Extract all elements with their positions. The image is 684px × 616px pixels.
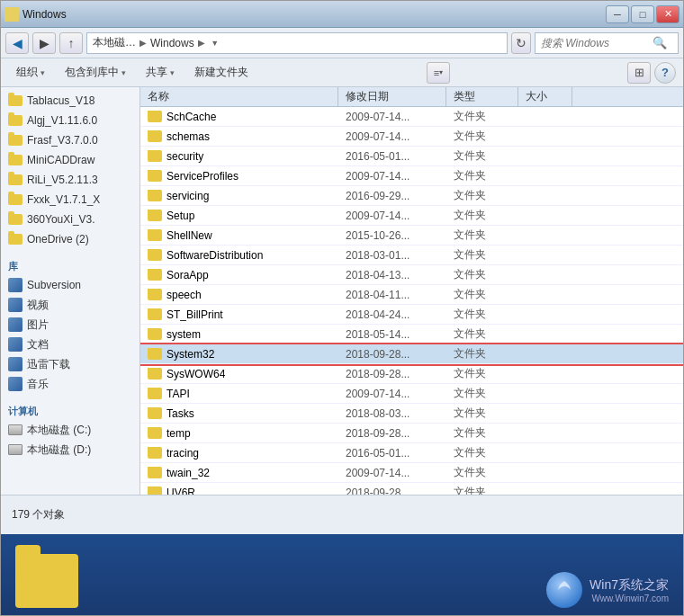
sidebar-item-pictures[interactable]: 图片: [1, 315, 140, 335]
address-path[interactable]: 本地磁… ▶ Windows ▶ ▼: [86, 32, 508, 54]
file-row[interactable]: temp2018-09-28...文件夹: [140, 424, 683, 443]
drive-icon: [8, 423, 22, 437]
file-name-cell: SoraApp: [140, 269, 338, 281]
forward-button[interactable]: ▶: [32, 32, 56, 54]
file-date-cell: 2018-09-28...: [338, 487, 446, 495]
col-header-size[interactable]: 大小: [518, 87, 572, 106]
sidebar-item-360youxi[interactable]: 360YouXi_V3.: [1, 210, 140, 229]
file-row[interactable]: ST_BillPrint2018-04-24...文件夹: [140, 305, 683, 325]
address-bar: ◀ ▶ ↑ 本地磁… ▶ Windows ▶ ▼ ↻ 🔍: [1, 28, 683, 58]
sidebar-item-fxxk[interactable]: Fxxk_V1.7.1_X: [1, 190, 140, 210]
organize-button[interactable]: 组织 ▾: [8, 62, 53, 84]
file-date-cell: 2018-03-01...: [338, 249, 446, 262]
file-name-cell: tracing: [140, 447, 338, 460]
folder-icon: [8, 192, 22, 207]
file-row[interactable]: security2016-05-01...文件夹: [140, 147, 683, 166]
sidebar-item-algj[interactable]: Algj_V1.11.6.0: [1, 111, 140, 130]
sidebar-item-tablacus[interactable]: Tablacus_V18: [1, 91, 140, 111]
sidebar-item-xunlei[interactable]: 迅雷下载: [1, 354, 140, 374]
file-row[interactable]: SchCache2009-07-14...文件夹: [140, 107, 683, 127]
folder-icon: [148, 289, 162, 300]
restore-button[interactable]: □: [631, 5, 654, 23]
search-icon[interactable]: 🔍: [652, 36, 667, 49]
sidebar-item-frasf[interactable]: Frasf_V3.7.0.0: [1, 130, 140, 150]
sidebar-item-drive-d[interactable]: 本地磁盘 (D:): [1, 440, 140, 460]
include-library-button[interactable]: 包含到库中 ▾: [57, 62, 134, 84]
file-pane: 名称 修改日期 类型 大小 SchCache2009-07-14...文件夹sc…: [140, 87, 683, 495]
file-name-cell: temp: [140, 427, 338, 440]
brand-name: Win7系统之家: [590, 577, 669, 594]
file-row[interactable]: twain_322009-07-14...文件夹: [140, 463, 683, 483]
folder-icon: [148, 328, 162, 340]
pane-view-button[interactable]: ⊞: [627, 62, 651, 84]
status-bar: 179 个对象: [1, 495, 683, 534]
refresh-button[interactable]: ↻: [511, 32, 531, 54]
file-type-cell: 文件夹: [446, 307, 518, 322]
file-row[interactable]: ServiceProfiles2009-07-14...文件夹: [140, 166, 683, 186]
sidebar-item-video[interactable]: 视频: [1, 295, 140, 315]
file-type-cell: 文件夹: [446, 366, 518, 381]
path-dropdown[interactable]: ▼: [209, 37, 221, 49]
col-header-name[interactable]: 名称: [140, 87, 338, 106]
minimize-button[interactable]: ─: [606, 5, 629, 23]
file-name-cell: ST_BillPrint: [140, 308, 338, 321]
file-type-cell: 文件夹: [446, 425, 518, 441]
file-row[interactable]: Setup2009-07-14...文件夹: [140, 206, 683, 226]
view-button[interactable]: ≡ ▾: [427, 62, 450, 84]
file-type-cell: 文件夹: [446, 208, 518, 223]
folder-icon: [148, 467, 162, 478]
file-row[interactable]: ShellNew2015-10-26...文件夹: [140, 226, 683, 246]
file-row[interactable]: UV6R2018-09-28...文件夹: [140, 483, 683, 495]
folder-icon: [148, 249, 162, 261]
file-type-cell: 文件夹: [446, 406, 518, 421]
sidebar-item-drive-c[interactable]: 本地磁盘 (C:): [1, 420, 140, 440]
share-button[interactable]: 共享 ▾: [138, 62, 183, 84]
file-list-header: 名称 修改日期 类型 大小: [140, 87, 683, 107]
view-dropdown-arrow: ▾: [439, 68, 443, 76]
sidebar-item-onedrive[interactable]: OneDrive (2): [1, 229, 140, 249]
file-row[interactable]: System322018-09-28...文件夹: [140, 344, 683, 364]
path-root: 本地磁…: [93, 35, 136, 50]
col-header-type[interactable]: 类型: [446, 87, 518, 106]
file-date-cell: 2018-05-14...: [338, 328, 446, 341]
file-row[interactable]: schemas2009-07-14...文件夹: [140, 127, 683, 147]
file-date-cell: 2018-09-28...: [338, 348, 446, 361]
file-row[interactable]: Tasks2018-08-03...文件夹: [140, 404, 683, 424]
close-button[interactable]: ✕: [656, 5, 680, 23]
toolbar: 组织 ▾ 包含到库中 ▾ 共享 ▾ 新建文件夹 ≡ ▾ ⊞ ?: [1, 58, 683, 87]
file-date-cell: 2009-07-14...: [338, 388, 446, 400]
file-name-cell: ServiceProfiles: [140, 170, 338, 183]
library-icon: [8, 377, 22, 391]
file-row[interactable]: TAPI2009-07-14...文件夹: [140, 384, 683, 404]
file-row[interactable]: system2018-05-14...文件夹: [140, 325, 683, 344]
sidebar-item-minicad[interactable]: MiniCADDraw: [1, 150, 140, 170]
folder-icon: [148, 210, 162, 221]
file-date-cell: 2018-04-24...: [338, 308, 446, 321]
file-row[interactable]: SoraApp2018-04-13...文件夹: [140, 265, 683, 285]
file-type-cell: 文件夹: [446, 346, 518, 362]
up-button[interactable]: ↑: [59, 32, 83, 54]
file-date-cell: 2018-08-03...: [338, 407, 446, 420]
file-row[interactable]: servicing2016-09-29...文件夹: [140, 186, 683, 206]
sidebar-item-music[interactable]: 音乐: [1, 374, 140, 394]
file-date-cell: 2009-07-14...: [338, 130, 446, 143]
file-row[interactable]: tracing2016-05-01...文件夹: [140, 443, 683, 463]
back-button[interactable]: ◀: [5, 32, 29, 54]
file-row[interactable]: SoftwareDistribution2018-03-01...文件夹: [140, 246, 683, 265]
search-input[interactable]: [541, 37, 649, 49]
file-date-cell: 2018-09-28...: [338, 427, 446, 440]
file-type-cell: 文件夹: [446, 445, 518, 460]
col-header-date[interactable]: 修改日期: [338, 87, 446, 106]
help-button[interactable]: ?: [654, 62, 676, 84]
new-folder-button[interactable]: 新建文件夹: [186, 62, 256, 84]
file-row[interactable]: SysWOW642018-09-28...文件夹: [140, 364, 683, 384]
file-name-cell: security: [140, 150, 338, 163]
sidebar-item-documents[interactable]: 文档: [1, 335, 140, 354]
sidebar-item-subversion[interactable]: Subversion: [1, 275, 140, 295]
search-box[interactable]: 🔍: [535, 32, 679, 54]
sidebar-item-rili[interactable]: RiLi_V5.2.11.3: [1, 170, 140, 190]
library-icon: [8, 337, 22, 352]
file-row[interactable]: speech2018-04-11...文件夹: [140, 285, 683, 305]
file-date-cell: 2018-09-28...: [338, 368, 446, 380]
folder-icon: [8, 153, 22, 167]
